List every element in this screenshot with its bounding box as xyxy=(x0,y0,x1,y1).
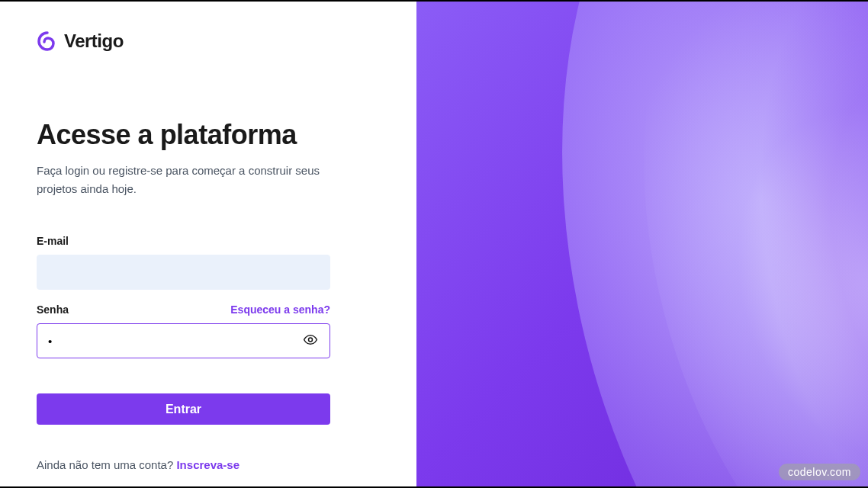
submit-button[interactable]: Entrar xyxy=(37,393,330,425)
password-field[interactable] xyxy=(37,323,330,358)
svg-point-0 xyxy=(309,338,313,342)
password-label: Senha xyxy=(37,303,69,316)
signup-link[interactable]: Inscreva-se xyxy=(176,458,240,471)
page-title: Acesse a plataforma xyxy=(37,119,380,151)
decorative-panel: codelov.com xyxy=(416,2,868,486)
password-group: Senha Esqueceu a senha? xyxy=(37,303,380,358)
email-label: E-mail xyxy=(37,235,380,247)
email-group: E-mail xyxy=(37,235,380,290)
toggle-password-visibility-button[interactable] xyxy=(300,329,321,353)
signup-prompt: Ainda não tem uma conta? xyxy=(37,458,176,471)
brand-logo: Vertigo xyxy=(37,30,380,52)
forgot-password-link[interactable]: Esqueceu a senha? xyxy=(230,303,330,316)
vertigo-swirl-icon xyxy=(37,30,58,52)
signup-row: Ainda não tem uma conta? Inscreva-se xyxy=(37,458,380,471)
login-panel: Vertigo Acesse a plataforma Faça login o… xyxy=(0,2,416,486)
page-subtitle: Faça login ou registre-se para começar a… xyxy=(37,162,326,198)
eye-icon xyxy=(303,332,318,350)
watermark-badge: codelov.com xyxy=(779,464,860,480)
email-field[interactable] xyxy=(37,255,330,290)
brand-name: Vertigo xyxy=(64,30,124,52)
